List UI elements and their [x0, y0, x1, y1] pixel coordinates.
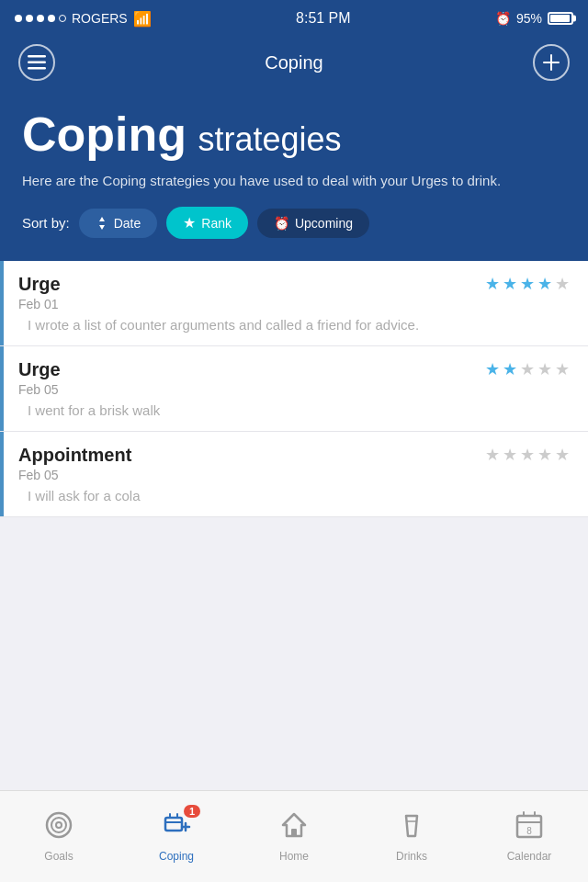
svg-point-8 — [51, 818, 66, 832]
star-rating: ★ ★ ★ ★ ★ — [485, 445, 570, 465]
list-item-description: I will ask for a cola — [28, 488, 570, 503]
sort-upcoming-label: Upcoming — [295, 216, 353, 231]
sort-row: Sort by: Date ★ Rank ⏰ Upcoming — [22, 207, 566, 239]
star-1: ★ — [485, 359, 500, 379]
signal-dots — [15, 15, 66, 22]
star-5: ★ — [555, 445, 570, 465]
list-item-header: Appointment ★ ★ ★ ★ ★ — [18, 445, 570, 466]
svg-point-9 — [56, 822, 62, 828]
svg-marker-5 — [99, 217, 105, 221]
svg-rect-4 — [543, 62, 560, 63]
star-2: ★ — [503, 359, 517, 379]
tab-goals-label: Goals — [44, 850, 73, 863]
sort-rank-label: Rank — [201, 216, 232, 231]
star-rating: ★ ★ ★ ★ ★ — [485, 274, 570, 294]
list-item-title: Appointment — [18, 445, 131, 466]
svg-rect-0 — [28, 55, 46, 58]
coping-badge: 1 — [184, 805, 200, 818]
coping-icon: 1 — [162, 810, 191, 846]
list-item-header: Urge ★ ★ ★ ★ ★ — [18, 274, 570, 295]
star-1: ★ — [485, 445, 500, 465]
drinks-icon — [397, 810, 426, 846]
list-item[interactable]: Appointment ★ ★ ★ ★ ★ Feb 05 I will ask … — [0, 432, 588, 517]
star-5: ★ — [555, 359, 570, 379]
star-rating: ★ ★ ★ ★ ★ — [485, 359, 570, 379]
header-subtitle: Here are the Coping strategies you have … — [22, 171, 566, 190]
star-4: ★ — [537, 445, 552, 465]
list-item[interactable]: Urge ★ ★ ★ ★ ★ Feb 05 I went for a brisk… — [0, 346, 588, 432]
home-icon — [279, 810, 309, 846]
battery-icon — [548, 12, 573, 25]
list-item-header: Urge ★ ★ ★ ★ ★ — [18, 359, 570, 380]
svg-rect-1 — [28, 62, 46, 64]
upcoming-clock-icon: ⏰ — [274, 216, 289, 231]
tab-home-label: Home — [279, 850, 309, 863]
svg-rect-2 — [28, 67, 46, 70]
star-2: ★ — [503, 445, 517, 465]
status-bar: ROGERS 📶 8:51 PM ⏰ 95% — [0, 0, 588, 37]
list-item-title: Urge — [18, 359, 61, 380]
menu-button[interactable] — [18, 44, 55, 81]
wifi-icon: 📶 — [133, 10, 152, 28]
star-4: ★ — [537, 359, 552, 379]
calendar-icon: 8 — [514, 810, 544, 846]
svg-point-7 — [47, 813, 71, 837]
list-container: Urge ★ ★ ★ ★ ★ Feb 01 I wrote a list of … — [0, 261, 588, 517]
tab-drinks[interactable]: Drinks — [375, 810, 448, 863]
nav-title: Coping — [265, 52, 322, 74]
carrier-label: ROGERS — [72, 11, 128, 26]
sort-rank-button[interactable]: ★ Rank — [166, 207, 248, 239]
status-left: ROGERS 📶 — [15, 10, 152, 28]
header-title-row: Coping strategies — [22, 107, 566, 162]
nav-bar: Coping — [0, 37, 588, 88]
sort-date-button[interactable]: Date — [79, 209, 158, 238]
star-2: ★ — [503, 274, 517, 294]
tab-drinks-label: Drinks — [396, 850, 427, 863]
tab-home[interactable]: Home — [257, 810, 331, 863]
tab-coping-label: Coping — [159, 850, 194, 863]
sort-date-label: Date — [114, 216, 141, 231]
list-item-date: Feb 05 — [18, 382, 570, 397]
sort-upcoming-button[interactable]: ⏰ Upcoming — [257, 209, 369, 238]
star-3: ★ — [520, 274, 535, 294]
svg-rect-17 — [291, 829, 297, 836]
sort-label: Sort by: — [22, 215, 70, 231]
goals-icon — [44, 810, 74, 846]
star-5: ★ — [555, 274, 570, 294]
rank-star-icon: ★ — [183, 214, 196, 232]
svg-marker-6 — [99, 225, 105, 230]
header-title-light: strategies — [198, 120, 342, 158]
add-button[interactable] — [533, 44, 570, 81]
tab-bar: Goals 1 Coping — [0, 790, 588, 882]
list-item-date: Feb 05 — [18, 468, 570, 482]
tab-calendar[interactable]: 8 Calendar — [492, 810, 566, 863]
header-title-bold: Coping — [22, 107, 187, 161]
star-1: ★ — [485, 274, 500, 294]
list-item-date: Feb 01 — [18, 297, 570, 311]
list-item[interactable]: Urge ★ ★ ★ ★ ★ Feb 01 I wrote a list of … — [0, 261, 588, 346]
star-4: ★ — [537, 274, 552, 294]
star-3: ★ — [520, 445, 535, 465]
tab-goals[interactable]: Goals — [22, 810, 96, 863]
svg-text:8: 8 — [526, 826, 532, 836]
svg-rect-10 — [165, 818, 182, 831]
list-item-description: I went for a brisk walk — [28, 402, 570, 418]
list-item-title: Urge — [18, 274, 61, 295]
status-right: ⏰ 95% — [495, 11, 573, 26]
list-item-description: I wrote a list of counter arguments and … — [28, 317, 570, 333]
star-3: ★ — [520, 359, 535, 379]
header-section: Coping strategies Here are the Coping st… — [0, 88, 588, 261]
battery-percent: 95% — [516, 11, 542, 26]
tab-coping[interactable]: 1 Coping — [140, 810, 213, 863]
tab-calendar-label: Calendar — [507, 850, 552, 863]
alarm-icon: ⏰ — [495, 11, 511, 26]
status-time: 8:51 PM — [296, 10, 351, 27]
